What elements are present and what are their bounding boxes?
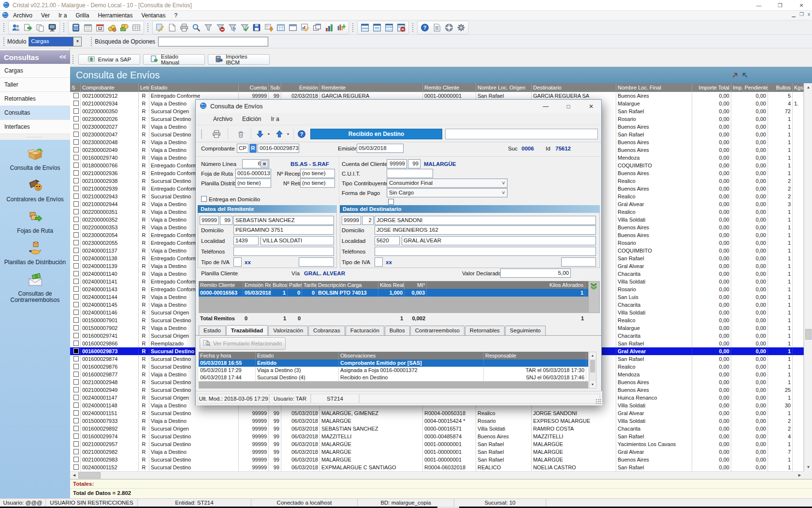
resize-grip[interactable] <box>595 399 601 404</box>
new-page-icon[interactable] <box>166 22 178 33</box>
dialog-minimize-icon[interactable]: — <box>538 102 553 111</box>
row-checkbox[interactable] <box>73 139 79 145</box>
row-checkbox[interactable] <box>73 132 79 137</box>
tab-facturación[interactable]: Facturación <box>346 326 384 335</box>
horizontal-scrollbar[interactable]: ◄ ► <box>70 471 804 479</box>
trazabilidad-column-fecha-y-hora[interactable]: Fecha y hora <box>199 352 256 359</box>
tab-seguimiento[interactable]: Seguimiento <box>505 326 546 335</box>
scroll-down-icon[interactable]: ▼ <box>804 463 812 471</box>
chevron-down-icon[interactable] <box>285 128 291 140</box>
vertical-scrollbar[interactable]: ▲ ▼ <box>804 83 812 471</box>
close-windows-icon[interactable] <box>395 22 407 33</box>
import-table-icon[interactable] <box>263 22 275 33</box>
column-header-s[interactable]: S <box>70 83 81 92</box>
recepcion-field[interactable]: (no tiene) <box>300 169 335 178</box>
column-header-letra[interactable]: Letra <box>139 83 149 92</box>
sidebar-tool-consultas-de[interactable]: Consultas deContrarreembolsos <box>0 272 70 303</box>
tile-windows-icon[interactable] <box>383 22 395 33</box>
menu-item-ventanas[interactable]: Ventanas <box>137 12 170 19</box>
menu-item-ir-a[interactable]: Ir a <box>54 12 71 19</box>
sidebar-header[interactable]: Consultas << <box>0 50 70 64</box>
remitos-column-pallets[interactable]: Pallets <box>288 281 302 289</box>
tab-bultos[interactable]: Bultos <box>385 326 410 335</box>
trazabilidad-column-estado[interactable]: Estado <box>256 352 339 359</box>
comprobante-numero-field[interactable]: 0016-00029873 <box>258 144 299 153</box>
sidebar-item-interfaces[interactable]: Interfaces <box>0 120 70 134</box>
column-header-importe-total[interactable]: Importe Total <box>692 83 731 92</box>
mdi-restore-icon[interactable]: ❐ <box>799 12 804 17</box>
row-checkbox[interactable] <box>73 379 79 385</box>
row-checkbox[interactable] <box>73 271 79 276</box>
row-checkbox[interactable] <box>73 341 79 346</box>
users-icon[interactable] <box>10 22 22 33</box>
row-checkbox[interactable] <box>73 286 79 292</box>
menu-item-archivo[interactable]: Archivo <box>9 12 37 19</box>
trazabilidad-row[interactable]: 06/03/2018 17:44Sucursal Destino (4)Reci… <box>199 374 588 381</box>
chart-edit-icon[interactable] <box>299 22 311 33</box>
comprobante-tipo-field[interactable]: CP <box>237 144 248 153</box>
grid-row[interactable]: 002100002983RSucursal Destino999999906/0… <box>70 456 804 463</box>
scrollbar-thumb[interactable] <box>805 329 812 340</box>
filter-icon[interactable] <box>203 22 214 33</box>
remitos-column-tarifa[interactable]: Tarifa <box>302 281 317 289</box>
edit-icon[interactable] <box>154 22 166 33</box>
scroll-down-icon[interactable]: ▼ <box>589 381 596 388</box>
split-vertical-icon[interactable] <box>371 22 383 33</box>
collapse-icon[interactable]: << <box>59 54 66 60</box>
destinatario-domicilio-field[interactable]: JOSE INGENIEROS 162 <box>375 225 596 235</box>
panel-option-icon-1[interactable] <box>732 70 738 81</box>
remitos-column-mt-[interactable]: Mt³ <box>405 281 427 289</box>
row-checkbox[interactable] <box>73 263 79 269</box>
row-checkbox[interactable] <box>73 248 79 253</box>
grid-row[interactable]: 001600029892RSucursal Origen999999906/03… <box>70 425 804 433</box>
maximize-icon[interactable]: ❐ <box>769 0 791 11</box>
calculator-icon[interactable] <box>70 22 82 33</box>
column-header-remito-cliente[interactable]: Remito Cliente <box>423 83 476 92</box>
tab-trazabilidad[interactable]: Trazabilidad <box>226 325 268 335</box>
row-checkbox[interactable] <box>73 410 79 416</box>
row-checkbox[interactable] <box>73 294 79 299</box>
tab-cobranzas[interactable]: Cobranzas <box>308 326 345 335</box>
trazabilidad-row[interactable]: 05/03/2018 16:55EmitidoComprobante Emiti… <box>199 359 588 367</box>
row-checkbox[interactable] <box>73 449 79 454</box>
remitos-column-descripción-carga[interactable]: Descripción Carga <box>317 281 378 289</box>
tab-retornables[interactable]: Retornables <box>465 326 505 335</box>
dialog-menu-item-archivo[interactable]: Archivo <box>208 116 237 122</box>
manual-icon[interactable] <box>431 22 443 33</box>
print-icon[interactable] <box>178 22 190 33</box>
filter-question-icon[interactable]: ? <box>227 22 238 33</box>
panel-option-icon-2[interactable] <box>742 70 748 81</box>
dialog-close-icon[interactable]: ✕ <box>584 102 598 111</box>
column-header-kgs-r[interactable]: Kgs R <box>793 83 804 92</box>
settings-icon[interactable] <box>455 22 467 33</box>
next-state-button[interactable] <box>273 128 286 140</box>
coins-icon[interactable] <box>106 22 118 33</box>
column-header-sub[interactable]: Sub <box>269 83 281 92</box>
cuenta-cliente-sub-field[interactable]: 99 <box>408 159 420 168</box>
remitente-sub-field[interactable]: 99 <box>220 216 232 225</box>
monitor-icon[interactable] <box>46 22 58 33</box>
destinatario-nombre-field[interactable]: JORGE SANDONI <box>375 216 596 225</box>
column-header-cuenta[interactable]: Cuenta <box>239 83 269 92</box>
row-checkbox[interactable] <box>73 255 79 261</box>
trazabilidad-column-observaciones[interactable]: Observaciones <box>339 352 484 359</box>
search-icon[interactable] <box>190 22 202 33</box>
print-button[interactable] <box>210 128 223 140</box>
scrollbar-thumb[interactable] <box>590 360 595 373</box>
dialog-menu-item-ir-a[interactable]: Ir a <box>266 116 284 122</box>
sidebar-item-cargas[interactable]: Cargas <box>0 64 70 78</box>
remitos-column-remito-cliente[interactable]: Remito Cliente <box>199 281 243 289</box>
row-checkbox[interactable] <box>73 279 79 284</box>
bar-chart-icon[interactable] <box>323 22 335 33</box>
grid-row[interactable]: 001600029974RSucursal Destino999999906/0… <box>70 433 804 440</box>
scroll-left-icon[interactable]: ◄ <box>70 472 78 479</box>
destinatario-iva-field[interactable] <box>375 257 383 267</box>
remitente-iva-field[interactable] <box>233 257 242 267</box>
grid-row[interactable]: 002100002957RSucursal Destino999999906/0… <box>70 440 804 448</box>
row-checkbox[interactable] <box>73 464 79 470</box>
lookup-button[interactable]: ▦ <box>261 160 268 167</box>
cuenta-cliente-num-field[interactable]: 99999 <box>387 159 407 168</box>
row-checkbox[interactable] <box>73 124 79 129</box>
grid-row[interactable]: 001500007933RViaja a Destino999999906/03… <box>70 417 804 425</box>
remitente-cuenta-field[interactable]: 99999 <box>200 216 219 225</box>
